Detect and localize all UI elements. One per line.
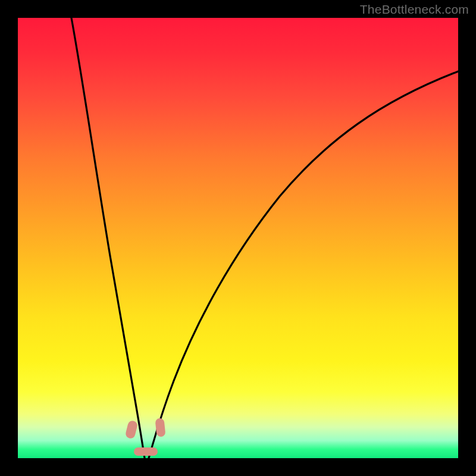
right-curve <box>149 71 458 458</box>
bottom-marker <box>134 447 158 456</box>
left-curve <box>71 18 145 458</box>
watermark-text: TheBottleneck.com <box>360 2 469 17</box>
outer-frame: TheBottleneck.com <box>0 0 476 476</box>
curves-layer <box>18 18 458 458</box>
